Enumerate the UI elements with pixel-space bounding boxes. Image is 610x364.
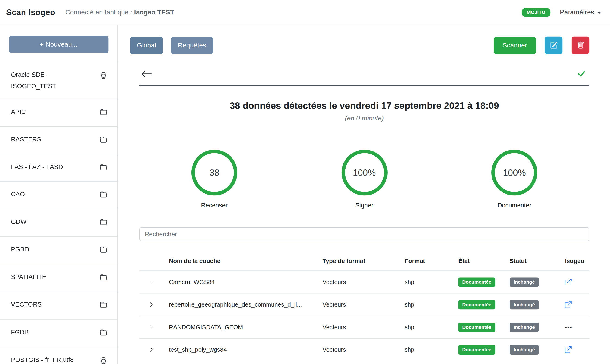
ring-recenser: 38 Recenser — [139, 150, 289, 209]
tab-requetes[interactable]: Requêtes — [171, 37, 213, 54]
progress-rings: 38 Recenser 100% Signer 100% — [139, 150, 589, 209]
progress-ring: 38 — [191, 150, 237, 195]
edit-button[interactable] — [545, 37, 562, 54]
external-link-icon[interactable] — [565, 346, 589, 353]
sidebar-item-vectors[interactable]: VECTORS — [0, 292, 117, 319]
etat-badge: Documentée — [458, 277, 495, 287]
folder-icon — [100, 273, 107, 284]
folder-icon — [100, 108, 107, 119]
ring-label: Documenter — [497, 202, 531, 209]
divider — [139, 85, 589, 86]
database-icon — [100, 71, 107, 82]
expand-chevron-icon[interactable] — [149, 325, 169, 330]
sidebar-item-spatialite[interactable]: SPATIALITE — [0, 264, 117, 292]
sidebar-item-label: VECTORS — [11, 299, 42, 310]
layer-name: Camera_WGS84 — [169, 279, 323, 286]
folder-icon — [100, 218, 107, 229]
layer-name: test_shp_poly_wgs84 — [169, 346, 323, 353]
settings-label: Paramètres — [560, 9, 594, 16]
connected-user: Isogeo TEST — [134, 9, 174, 16]
back-arrow-icon[interactable] — [141, 68, 152, 80]
sidebar-item-label: RASTERS — [11, 134, 41, 145]
col-isogeo: Isogeo — [565, 258, 589, 265]
table-row: Camera_WGS84 Vecteurs shp Documentée Inc… — [139, 271, 589, 293]
folder-icon — [100, 246, 107, 257]
connected-prefix: Connecté en tant que : — [65, 9, 132, 16]
progress-ring: 100% — [341, 150, 387, 195]
ring-label: Signer — [355, 202, 373, 209]
database-icon — [100, 356, 107, 364]
ring-value: 100% — [353, 168, 376, 178]
sidebar-item-las-laz-lasd[interactable]: LAS - LAZ - LASD — [0, 154, 117, 182]
external-link-icon[interactable] — [565, 279, 589, 286]
sidebar-item-rasters[interactable]: RASTERS — [0, 127, 117, 154]
new-button[interactable]: + Nouveau... — [9, 36, 108, 53]
connected-as: Connecté en tant que : Isogeo TEST — [65, 9, 174, 16]
sidebar-item-gdw[interactable]: GDW — [0, 209, 117, 237]
progress-ring: 100% — [491, 150, 537, 195]
layer-format: shp — [405, 301, 459, 308]
expand-chevron-icon[interactable] — [149, 347, 169, 352]
trash-icon — [577, 42, 584, 49]
table-row: repertoire_geeographique_des_communes_d_… — [139, 293, 589, 316]
sidebar-item-label: APIC — [11, 106, 26, 117]
success-check-icon — [575, 67, 588, 80]
statut-badge: Inchangé — [510, 345, 539, 354]
col-name: Nom de la couche — [169, 258, 323, 265]
layer-format-type: Vecteurs — [323, 301, 405, 308]
sidebar: + Nouveau... Oracle SDE - ISOGEO_TEST AP… — [0, 25, 118, 364]
table-header: Nom de la couche Type de format Format É… — [139, 251, 589, 271]
sidebar-item-cao[interactable]: CAO — [0, 182, 117, 209]
sidebar-item-pgbd[interactable]: PGBD — [0, 237, 117, 264]
expand-chevron-icon[interactable] — [149, 302, 169, 307]
sidebar-item-label: PGBD — [11, 244, 29, 255]
delete-button[interactable] — [571, 37, 589, 54]
ring-documenter: 100% Documenter — [439, 150, 589, 209]
scan-report-panel: 38 données détectées le vendredi 17 sept… — [139, 67, 589, 361]
settings-menu[interactable]: Paramètres — [560, 9, 601, 16]
sidebar-list: Oracle SDE - ISOGEO_TEST APIC RASTERS LA… — [0, 62, 117, 364]
folder-icon — [100, 135, 107, 147]
search-input[interactable] — [139, 227, 589, 241]
sidebar-item-postgis[interactable]: POSTGIS - fr_FR.utf8 — [0, 347, 117, 364]
top-bar: Scan Isogeo Connecté en tant que : Isoge… — [0, 0, 610, 25]
layer-format-type: Vecteurs — [323, 324, 405, 330]
caret-down-icon — [597, 10, 601, 15]
app-title: Scan Isogeo — [6, 8, 55, 17]
statut-badge: Inchangé — [510, 277, 539, 287]
col-statut: Statut — [510, 258, 565, 265]
layer-format-type: Vecteurs — [323, 346, 405, 353]
pencil-square-icon — [550, 42, 557, 49]
etat-badge: Documentée — [458, 300, 495, 309]
folder-icon — [100, 191, 107, 202]
layers-table: Nom de la couche Type de format Format É… — [139, 251, 589, 361]
external-link-icon[interactable] — [565, 301, 589, 308]
ring-label: Recenser — [201, 202, 228, 209]
main-content: Global Requêtes Scanner — [118, 25, 610, 364]
sidebar-item-apic[interactable]: APIC — [0, 99, 117, 127]
sidebar-item-oracle-sde[interactable]: Oracle SDE - ISOGEO_TEST — [0, 62, 117, 99]
layer-name: RANDOMGISDATA_GEOM — [169, 324, 323, 330]
environment-badge: MOJITO — [522, 8, 551, 17]
sidebar-item-fgdb[interactable]: FGDB — [0, 319, 117, 347]
tab-global[interactable]: Global — [130, 37, 163, 54]
folder-icon — [100, 301, 107, 312]
sidebar-item-label: Oracle SDE - ISOGEO_TEST — [11, 69, 89, 92]
col-etat: État — [458, 258, 510, 265]
table-row: RANDOMGISDATA_GEOM Vecteurs shp Document… — [139, 316, 589, 338]
scanner-button[interactable]: Scanner — [494, 37, 536, 54]
sidebar-item-label: GDW — [11, 216, 27, 227]
col-format-type: Type de format — [323, 258, 405, 265]
sidebar-item-label: LAS - LAZ - LASD — [11, 161, 63, 172]
layer-name: repertoire_geeographique_des_communes_d_… — [169, 301, 323, 308]
sidebar-item-label: SPATIALITE — [11, 271, 46, 283]
col-format: Format — [405, 258, 459, 265]
etat-badge: Documentée — [458, 322, 495, 332]
ring-value: 38 — [209, 168, 219, 178]
statut-badge: Inchangé — [510, 322, 539, 332]
layer-format: shp — [405, 279, 459, 286]
statut-badge: Inchangé — [510, 300, 539, 309]
expand-chevron-icon[interactable] — [149, 279, 169, 285]
toolbar: Global Requêtes Scanner — [130, 37, 589, 54]
ring-signer: 100% Signer — [289, 150, 439, 209]
